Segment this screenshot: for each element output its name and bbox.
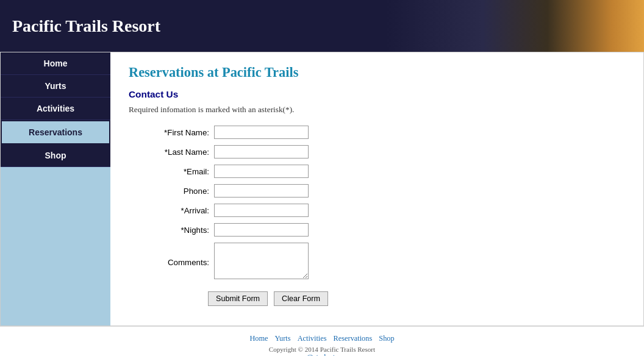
sidebar-item-home[interactable]: Home <box>1 52 110 75</box>
form-row-email: *Email: <box>141 165 625 178</box>
textarea-comments[interactable] <box>214 243 309 279</box>
footer-email: sara@student.com <box>0 353 644 356</box>
clear-button[interactable]: Clear Form <box>274 291 328 306</box>
input-email[interactable] <box>214 165 309 178</box>
input-lastname[interactable] <box>214 145 309 158</box>
form-fields: *First Name:*Last Name:*Email:Phone:*Arr… <box>141 126 625 282</box>
page-wrapper: HomeYurtsActivitiesReservationsShop Rese… <box>0 52 644 326</box>
sidebar-item-shop[interactable]: Shop <box>1 144 110 167</box>
input-wrapper-nights <box>214 223 309 237</box>
sidebar-item-activities[interactable]: Activities <box>1 98 110 120</box>
form-row-firstname: *First Name: <box>141 126 625 139</box>
label-firstname: *First Name: <box>141 128 214 137</box>
sidebar-link-activities[interactable]: Activities <box>1 104 110 113</box>
site-footer: Home Yurts Activities Reservations Shop … <box>0 326 644 356</box>
footer-link-reservations[interactable]: Reservations <box>334 334 373 343</box>
form-row-arrival: *Arrival: <box>141 204 625 217</box>
input-wrapper-lastname <box>214 145 309 158</box>
footer-link-activities[interactable]: Activities <box>298 334 327 343</box>
section-title: Contact Us <box>129 89 625 100</box>
form-row-comments: Comments: <box>141 243 625 282</box>
site-title: Pacific Trails Resort <box>12 16 160 36</box>
sidebar-nav: HomeYurtsActivitiesReservationsShop <box>1 52 110 326</box>
input-wrapper-arrival <box>214 204 309 217</box>
footer-link-shop[interactable]: Shop <box>379 334 394 343</box>
email-link[interactable]: sara@student.com <box>294 353 349 356</box>
footer-sep <box>270 334 272 343</box>
reservation-form: *First Name:*Last Name:*Email:Phone:*Arr… <box>129 126 625 306</box>
footer-sep <box>293 334 295 343</box>
input-nights[interactable] <box>214 223 309 237</box>
label-lastname: *Last Name: <box>141 148 214 157</box>
input-wrapper-firstname <box>214 126 309 139</box>
sidebar-link-home[interactable]: Home <box>1 59 110 68</box>
required-note: Required infomation is marked with an as… <box>129 105 625 115</box>
input-wrapper-email <box>214 165 309 178</box>
main-content: Reservations at Pacific Trails Contact U… <box>110 52 643 326</box>
form-row-lastname: *Last Name: <box>141 145 625 158</box>
label-arrival: *Arrival: <box>141 206 214 215</box>
input-arrival[interactable] <box>214 204 309 217</box>
label-nights: *Nights: <box>141 226 214 235</box>
input-phone[interactable] <box>214 184 309 198</box>
footer-sep <box>374 334 376 343</box>
footer-sep <box>329 334 331 343</box>
sidebar-item-yurts[interactable]: Yurts <box>1 75 110 98</box>
input-wrapper-phone <box>214 184 309 198</box>
form-row-nights: *Nights: <box>141 223 625 237</box>
sidebar-item-reservations[interactable]: Reservations <box>1 120 110 144</box>
label-comments: Comments: <box>141 258 214 267</box>
form-row-phone: Phone: <box>141 184 625 198</box>
input-wrapper-comments <box>214 243 309 282</box>
submit-button[interactable]: Submit Form <box>208 291 268 306</box>
sidebar-link-yurts[interactable]: Yurts <box>1 81 110 91</box>
sidebar-link-reservations[interactable]: Reservations <box>2 127 109 137</box>
site-header: Pacific Trails Resort <box>0 0 644 52</box>
footer-link-home[interactable]: Home <box>249 334 268 343</box>
label-email: *Email: <box>141 167 214 176</box>
page-title: Reservations at Pacific Trails <box>129 65 625 80</box>
footer-links: Home Yurts Activities Reservations Shop <box>0 334 644 343</box>
label-phone: Phone: <box>141 187 214 196</box>
copyright-text: Copyright © 2014 Pacific Trails Resort <box>0 346 644 353</box>
form-buttons: Submit Form Clear Form <box>208 291 625 306</box>
sidebar-link-shop[interactable]: Shop <box>1 151 110 160</box>
footer-link-yurts[interactable]: Yurts <box>275 334 291 343</box>
input-firstname[interactable] <box>214 126 309 139</box>
